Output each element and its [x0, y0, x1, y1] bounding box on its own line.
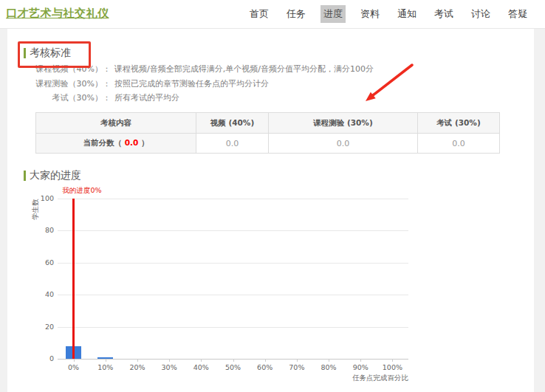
x-tick-mark — [233, 359, 234, 362]
col-header-quiz: 课程测验 (30%) — [269, 113, 418, 134]
nav-item-tasks[interactable]: 任务 — [284, 5, 309, 23]
nav-item-progress[interactable]: 进度 — [321, 5, 346, 23]
x-tick-mark — [137, 359, 138, 362]
top-header: 口才艺术与社交礼仪 首页 任务 进度 资料 通知 考试 讨论 答疑 — [0, 0, 545, 29]
nav-item-notifications[interactable]: 通知 — [394, 5, 419, 23]
x-tick-mark — [392, 359, 393, 362]
nav-item-materials[interactable]: 资料 — [357, 5, 383, 23]
criteria-label: 课程测验（30%）： — [7, 78, 111, 89]
nav-item-exams[interactable]: 考试 — [431, 5, 456, 23]
top-nav: 首页 任务 进度 资料 通知 考试 讨论 答疑 — [247, 0, 530, 28]
current-score-label: 当前分数（ 0.0 ） — [36, 134, 196, 154]
x-tick-mark — [360, 359, 361, 362]
x-tick-mark — [265, 359, 266, 362]
col-header-assess-content: 考核内容 — [36, 113, 196, 134]
y-tick-label: 0 — [30, 354, 54, 362]
x-tick-mark — [74, 359, 75, 362]
x-tick-label: 40% — [188, 363, 214, 371]
score-table: 考核内容 视频 (40%) 课程测验 (30%) 考试 (30%) 当前分数（ … — [35, 112, 500, 154]
criteria-label: 考试（30%）： — [7, 92, 111, 103]
x-tick-label: 20% — [124, 363, 151, 371]
chart-bar — [97, 357, 113, 359]
criteria-text: 所有考试的平均分 — [114, 92, 179, 103]
nav-item-qa[interactable]: 答疑 — [505, 5, 530, 23]
x-tick-label: 10% — [92, 363, 119, 371]
criteria-line: 课程测验（30%）： 按照已完成的章节测验任务点的平均分计分 — [7, 77, 374, 92]
current-score-value: 0.0 — [125, 138, 139, 147]
annotation-red-box — [18, 41, 91, 68]
x-tick-mark — [201, 359, 202, 362]
y-axis-title: 学生数 — [31, 199, 41, 220]
annotation-red-arrow-icon — [354, 58, 421, 110]
x-tick-mark — [297, 359, 298, 362]
progress-section-title: 大家的进度 — [24, 169, 81, 182]
quiz-score-cell: 0.0 — [269, 134, 418, 154]
x-tick-mark — [106, 359, 106, 362]
gridline — [58, 199, 408, 199]
x-tick-mark — [329, 359, 329, 362]
exam-score-cell: 0.0 — [418, 134, 500, 154]
progress-bar-chart: 020406080100学生数0%10%20%30%40%50%60%70%80… — [30, 183, 432, 391]
my-progress-marker-label: 我的进度0% — [63, 186, 102, 196]
gridline — [58, 263, 408, 264]
gridline — [58, 295, 408, 295]
current-score-suffix: ） — [138, 138, 148, 147]
x-tick-label: 50% — [220, 363, 247, 371]
content-card: 考核标准 课程视频（40%）： 课程视频/音频全部完成得满分,单个视频/音频分值… — [7, 29, 534, 392]
criteria-text: 课程视频/音频全部完成得满分,单个视频/音频分值平均分配，满分100分 — [114, 63, 374, 75]
x-tick-label: 30% — [156, 363, 182, 371]
current-score-prefix: 当前分数（ — [83, 138, 125, 147]
criteria-text: 按照已完成的章节测验任务点的平均分计分 — [114, 78, 269, 89]
criteria-list: 课程视频（40%）： 课程视频/音频全部完成得满分,单个视频/音频分值平均分配，… — [7, 62, 374, 106]
course-title-link[interactable]: 口才艺术与社交礼仪 — [6, 7, 109, 21]
x-tick-mark — [169, 359, 170, 362]
x-tick-label: 90% — [347, 363, 374, 371]
gridline — [58, 327, 408, 328]
criteria-line: 考试（30%）： 所有考试的平均分 — [7, 91, 374, 106]
y-tick-label: 60 — [30, 258, 54, 267]
col-header-exam: 考试 (30%) — [418, 113, 500, 134]
video-score-cell: 0.0 — [196, 134, 269, 154]
y-tick-label: 40 — [30, 290, 54, 298]
my-progress-marker-line — [72, 199, 75, 359]
score-table-row: 当前分数（ 0.0 ） 0.0 0.0 0.0 — [36, 134, 500, 154]
x-tick-label: 80% — [315, 363, 342, 371]
nav-item-discussion[interactable]: 讨论 — [468, 5, 493, 23]
col-header-video: 视频 (40%) — [196, 113, 269, 134]
x-tick-label: 100% — [379, 363, 405, 371]
x-tick-label: 0% — [61, 363, 87, 371]
y-tick-label: 20 — [30, 323, 54, 331]
gridline — [58, 230, 408, 231]
nav-item-home[interactable]: 首页 — [247, 5, 272, 23]
score-table-header-row: 考核内容 视频 (40%) 课程测验 (30%) 考试 (30%) — [36, 113, 500, 134]
x-tick-label: 60% — [252, 363, 278, 371]
x-tick-label: 70% — [284, 363, 310, 371]
x-axis-title: 任务点完成百分比 — [58, 374, 408, 383]
y-tick-label: 80 — [30, 226, 54, 234]
progress-section-title-text: 大家的进度 — [30, 169, 81, 182]
green-accent-bar — [24, 171, 26, 181]
